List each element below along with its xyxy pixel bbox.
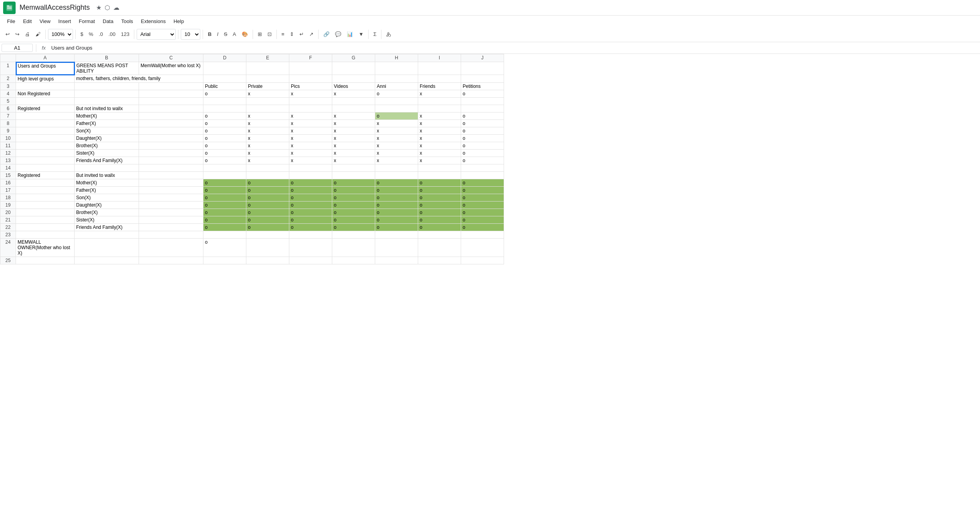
cell-j9[interactable]: o [461,127,504,134]
cell-a19[interactable] [16,201,75,209]
cell-d1[interactable] [203,62,246,75]
cell-a10[interactable] [16,134,75,142]
cell-h18[interactable]: o [375,194,418,201]
menu-tools[interactable]: Tools [117,17,137,25]
cell-j5[interactable] [461,97,504,105]
cell-g22[interactable]: o [332,223,375,231]
cell-e8[interactable]: x [246,120,289,127]
cell-j11[interactable]: o [461,142,504,149]
cell-b23[interactable] [75,231,139,238]
cell-d25[interactable] [203,257,246,264]
cell-i23[interactable] [418,231,461,238]
cell-g23[interactable] [332,231,375,238]
cell-h6[interactable] [375,105,418,112]
cell-j25[interactable] [461,257,504,264]
borders-button[interactable]: ⊞ [255,30,264,39]
cell-e2[interactable] [246,75,289,83]
cell-f21[interactable]: o [289,216,332,223]
cell-i3[interactable]: Friends [418,82,461,90]
cell-i7[interactable]: x [418,112,461,120]
cell-h12[interactable]: x [375,149,418,157]
cell-f14[interactable] [289,164,332,171]
cell-d20[interactable]: o [203,209,246,216]
cell-j7[interactable]: o [461,112,504,120]
cell-b15[interactable]: But invited to wallx [75,171,139,179]
cell-d15[interactable] [203,171,246,179]
cell-a3[interactable] [16,82,75,90]
cell-d11[interactable]: o [203,142,246,149]
cell-b9[interactable]: Son(X) [75,127,139,134]
row-header-6[interactable]: 6 [0,105,16,112]
number-format-button[interactable]: 123 [119,30,132,39]
cell-b22[interactable]: Friends And Family(X) [75,223,139,231]
cell-a24[interactable]: MEMWALL OWNER(Mother who lost X) [16,238,75,257]
percent-button[interactable]: % [86,30,96,39]
cloud-icon[interactable]: ☁ [113,4,119,11]
align-left-button[interactable]: ≡ [279,30,287,39]
row-header-4[interactable]: 4 [0,90,16,97]
cell-c17[interactable] [139,186,203,194]
cell-d19[interactable]: o [203,201,246,209]
cell-i22[interactable]: o [418,223,461,231]
cell-a9[interactable] [16,127,75,134]
cell-c23[interactable] [139,231,203,238]
cell-g10[interactable]: x [332,134,375,142]
strikethrough-button[interactable]: S [221,30,230,39]
cell-f15[interactable] [289,171,332,179]
cell-e10[interactable]: x [246,134,289,142]
cell-j6[interactable] [461,105,504,112]
cell-g9[interactable]: x [332,127,375,134]
cell-e3[interactable]: Private [246,82,289,90]
cell-g6[interactable] [332,105,375,112]
currency-button[interactable]: $ [78,30,86,39]
cell-b16[interactable]: Mother(X) [75,179,139,186]
menu-data[interactable]: Data [99,17,117,25]
cell-a20[interactable] [16,209,75,216]
cell-f8[interactable]: x [289,120,332,127]
row-header-12[interactable]: 12 [0,149,16,157]
cell-g2[interactable] [332,75,375,83]
cell-b12[interactable]: Sister(X) [75,149,139,157]
cell-b3[interactable] [75,82,139,90]
cell-h2[interactable] [375,75,418,83]
cell-i2[interactable] [418,75,461,83]
input-tools-button[interactable]: あ [384,29,394,39]
cell-d10[interactable]: o [203,134,246,142]
cell-a22[interactable] [16,223,75,231]
cell-a6[interactable]: Registered [16,105,75,112]
cell-f22[interactable]: o [289,223,332,231]
cell-i17[interactable]: o [418,186,461,194]
cell-c6[interactable] [139,105,203,112]
cell-b21[interactable]: Sister(X) [75,216,139,223]
cell-i9[interactable]: x [418,127,461,134]
cell-c19[interactable] [139,201,203,209]
row-header-17[interactable]: 17 [0,186,16,194]
cell-j16[interactable]: o [461,179,504,186]
row-header-8[interactable]: 8 [0,120,16,127]
cell-i25[interactable] [418,257,461,264]
cell-a8[interactable] [16,120,75,127]
cell-d2[interactable] [203,75,246,83]
cell-a15[interactable]: Registered [16,171,75,179]
cell-j3[interactable]: Petitions [461,82,504,90]
cell-d18[interactable]: o [203,194,246,201]
cell-a23[interactable] [16,231,75,238]
cell-d22[interactable]: o [203,223,246,231]
cell-j12[interactable]: o [461,149,504,157]
cell-e1[interactable] [246,62,289,75]
cell-j19[interactable]: o [461,201,504,209]
cell-f16[interactable]: o [289,179,332,186]
cell-g8[interactable]: x [332,120,375,127]
col-header-b[interactable]: B [75,54,139,62]
col-header-f[interactable]: F [289,54,332,62]
cell-f2[interactable] [289,75,332,83]
cell-g20[interactable]: o [332,209,375,216]
cell-b18[interactable]: Son(X) [75,194,139,201]
cell-g14[interactable] [332,164,375,171]
cell-d12[interactable]: o [203,149,246,157]
col-header-e[interactable]: E [246,54,289,62]
cell-g7[interactable]: x [332,112,375,120]
cell-j4[interactable]: o [461,90,504,97]
cell-a17[interactable] [16,186,75,194]
col-header-h[interactable]: H [375,54,418,62]
